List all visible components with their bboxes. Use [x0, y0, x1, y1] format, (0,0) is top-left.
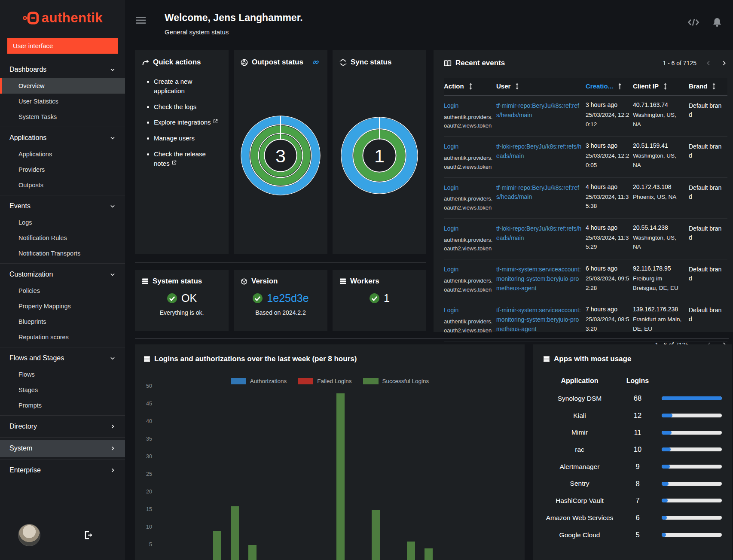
sidebar-item-logs[interactable]: Logs — [0, 215, 125, 230]
legend-swatch — [231, 378, 246, 384]
sidebar-item-notification-transports[interactable]: Notification Transports — [0, 246, 125, 261]
quick-action-link-check-the-logs[interactable]: Check the logs — [154, 103, 196, 110]
logins-chart-card: Logins and authorizations over the last … — [135, 344, 525, 560]
next-page-button[interactable] — [721, 60, 727, 67]
sidebar-section-flows-and-stages[interactable]: Flows and Stages — [0, 350, 125, 367]
event-user-link[interactable]: tf-mimir-repo:BeryJu/k8s:ref:refs/heads/… — [496, 184, 579, 201]
sidebar-item-user-statistics[interactable]: User Statistics — [0, 94, 125, 109]
event-time-ago: 3 hours ago — [586, 101, 629, 108]
event-action-link[interactable]: Login — [444, 225, 458, 232]
bar-successful-logins-12 — [372, 510, 380, 560]
outpost-icon — [241, 59, 248, 66]
event-location: Frankfurt am Main, DE, EU — [633, 315, 685, 333]
event-brand: Default brand — [689, 101, 724, 119]
sidebar-section-directory[interactable]: Directory — [0, 418, 125, 435]
sidebar-item-policies[interactable]: Policies — [0, 283, 125, 298]
event-action-link[interactable]: Login — [444, 307, 458, 313]
app-name: Google Cloud — [543, 527, 616, 544]
sidebar-item-blueprints[interactable]: Blueprints — [0, 314, 125, 329]
event-user-link[interactable]: tf-loki-repo:BeryJu/k8s:ref:refs/heads/m… — [496, 143, 581, 159]
column-label: Action — [444, 82, 464, 90]
sidebar-item-notification-rules[interactable]: Notification Rules — [0, 230, 125, 246]
event-user-link[interactable]: tf-mimir-repo:BeryJu/k8s:ref:refs/heads/… — [496, 102, 579, 119]
column-header-creatio[interactable]: Creatio... — [586, 78, 633, 96]
link-icon[interactable] — [312, 59, 319, 66]
nav-section-applications: ApplicationsApplicationsProvidersOutpost… — [0, 127, 125, 195]
sidebar-section-label: Applications — [9, 134, 46, 142]
app-usage-bar-fill — [662, 533, 666, 537]
legend-item-successful-logins[interactable]: Successful Logins — [363, 378, 429, 384]
app-usage-bar — [662, 533, 722, 537]
sidebar-section-label: Enterprise — [9, 466, 41, 474]
app-usage-bar — [662, 396, 722, 400]
quick-action-item: Check the logs — [154, 102, 222, 112]
chevron-right-icon — [110, 445, 116, 451]
apps-usage-title: Apps with most usage — [554, 355, 631, 363]
sort-icon — [515, 83, 519, 90]
sidebar-item-stages[interactable]: Stages — [0, 382, 125, 398]
sidebar-section-system[interactable]: System — [0, 440, 125, 457]
sidebar-section-events[interactable]: Events — [0, 198, 125, 215]
event-action-link[interactable]: Login — [444, 102, 458, 109]
sidebar-item-applications[interactable]: Applications — [0, 146, 125, 162]
quick-action-item: Explore integrations — [154, 118, 222, 127]
event-location: Washington, US, NA — [633, 233, 685, 252]
legend-item-authorizations[interactable]: Authorizations — [231, 378, 287, 384]
sidebar-item-providers[interactable]: Providers — [0, 162, 125, 177]
legend-swatch — [298, 378, 313, 384]
y-tick-label: 30 — [138, 453, 152, 460]
quick-action-link-explore-integrations[interactable]: Explore integrations — [154, 119, 211, 126]
menu-icon[interactable] — [136, 15, 146, 25]
external-link-icon — [172, 160, 177, 165]
sidebar-item-property-mappings[interactable]: Property Mappings — [0, 298, 125, 314]
sidebar-section-dashboards[interactable]: Dashboards — [0, 61, 125, 78]
sidebar-item-reputation-scores[interactable]: Reputation scores — [0, 329, 125, 345]
quick-action-link-check-the-release-notes[interactable]: Check the release notes — [154, 150, 206, 167]
redo-arrow-icon — [142, 59, 149, 66]
app-name: Kiali — [543, 407, 616, 424]
event-brand: Default brand — [689, 265, 724, 283]
event-action-link[interactable]: Login — [444, 143, 458, 150]
sidebar-section-enterprise[interactable]: Enterprise — [0, 462, 125, 479]
app-usage-bar — [662, 431, 722, 435]
table-row: Loginauthentik.providers.oauth2.views.to… — [444, 177, 727, 218]
bell-icon[interactable] — [712, 17, 722, 27]
prev-page-button[interactable] — [705, 60, 712, 67]
workers-value: 1 — [384, 292, 390, 304]
table-row: Loginauthentik.providers.oauth2.views.to… — [444, 137, 727, 177]
user-interface-button[interactable]: User interface — [7, 38, 118, 54]
pagination-label: 1 - 6 of 7125 — [663, 60, 696, 67]
sidebar-section-customization[interactable]: Customization — [0, 266, 125, 283]
column-header-action[interactable]: Action — [444, 78, 496, 96]
event-user-link[interactable]: tf-loki-repo:BeryJu/k8s:ref:refs/heads/m… — [496, 225, 581, 241]
event-action-link[interactable]: Login — [444, 184, 458, 191]
quick-action-item: Check the release notes — [154, 149, 222, 168]
y-tick-label: 5 — [138, 542, 152, 548]
sidebar-item-system-tasks[interactable]: System Tasks — [0, 109, 125, 125]
legend-item-failed-logins[interactable]: Failed Logins — [298, 378, 351, 384]
column-header-client-ip[interactable]: Client IP — [633, 78, 689, 96]
authentik-logo-icon — [22, 11, 39, 25]
sidebar-item-outposts[interactable]: Outposts — [0, 177, 125, 193]
sidebar-section-applications[interactable]: Applications — [0, 129, 125, 146]
quick-action-link-create-a-new-application[interactable]: Create a new application — [154, 78, 192, 94]
y-tick-label: 40 — [138, 418, 152, 424]
version-link[interactable]: 1e25d3e — [267, 292, 308, 304]
chart-legend: AuthorizationsFailed LoginsSuccessful Lo… — [135, 378, 525, 384]
avatar[interactable] — [18, 524, 40, 546]
sidebar-section-label: Dashboards — [9, 66, 46, 73]
column-header-user[interactable]: User — [496, 78, 586, 96]
quick-action-link-manage-users[interactable]: Manage users — [154, 134, 195, 142]
app-usage-bar — [662, 499, 722, 502]
column-header-brand[interactable]: Brand — [689, 78, 727, 96]
app-usage-bar-fill — [662, 499, 668, 502]
event-action-link[interactable]: Login — [444, 266, 458, 273]
event-user-link[interactable]: tf-mimir-system:serviceaccount:monitorin… — [496, 307, 581, 332]
sidebar-item-prompts[interactable]: Prompts — [0, 398, 125, 413]
sign-out-icon[interactable] — [83, 530, 94, 540]
sidebar-item-overview[interactable]: Overview — [0, 78, 125, 94]
code-icon[interactable] — [687, 17, 699, 27]
y-tick-label: 50 — [138, 383, 152, 389]
event-user-link[interactable]: tf-mimir-system:serviceaccount:monitorin… — [496, 266, 581, 291]
sidebar-item-flows[interactable]: Flows — [0, 367, 125, 382]
